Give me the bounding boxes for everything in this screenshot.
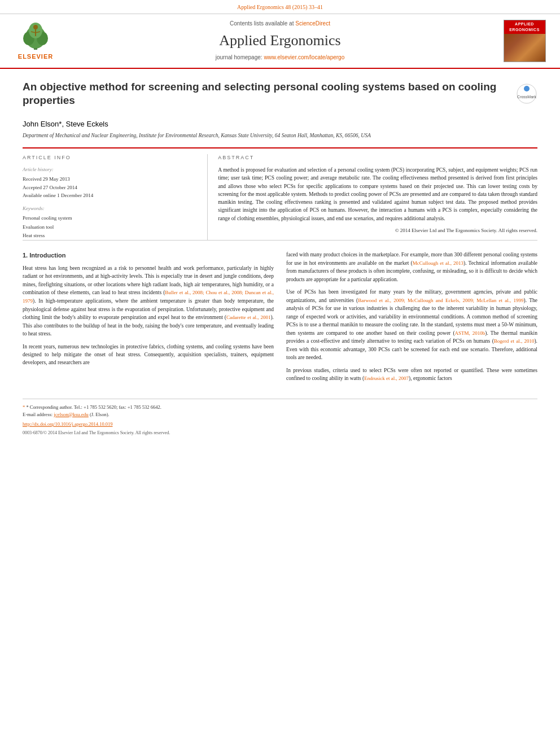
journal-header: ELSEVIER Contents lists available at Sci… <box>0 14 560 69</box>
article-title: An objective method for screening and se… <box>23 80 537 108</box>
body-paragraph-1: Heat stress has long been recognized as … <box>23 264 274 338</box>
sciencedirect-info: Contents lists available at ScienceDirec… <box>61 20 499 28</box>
journal-logo-area: APPLIEDERGONOMICS <box>499 20 550 62</box>
journal-header-center: Contents lists available at ScienceDirec… <box>61 20 499 62</box>
authors: John Elson*, Steve Eckels <box>23 119 537 130</box>
svg-point-5 <box>33 25 38 29</box>
elsevier-logo: ELSEVIER <box>18 20 53 62</box>
svg-text:CrossMark: CrossMark <box>517 95 536 99</box>
section-1-heading: 1. Introduction <box>23 251 274 260</box>
ref-astm[interactable]: ASTM, 2010b <box>455 330 485 336</box>
abstract-panel: ABSTRACT A method is proposed for evalua… <box>208 154 537 240</box>
article-info-heading: ARTICLE INFO <box>23 154 197 161</box>
body-paragraph-5: In previous studies, criteria used to se… <box>286 366 537 383</box>
affiliation: Department of Mechanical and Nuclear Eng… <box>23 132 537 139</box>
page: Applied Ergonomics 48 (2015) 33–41 <box>0 0 560 747</box>
received-date: Received 29 May 2013 <box>23 175 197 183</box>
article-info-abstract-section: ARTICLE INFO Article history: Received 2… <box>23 147 537 241</box>
body-paragraph-2: In recent years, numerous new technologi… <box>23 343 274 367</box>
svg-point-10 <box>524 86 530 91</box>
elsevier-brand-text: ELSEVIER <box>18 53 53 62</box>
body-right-column: faced with many product choices in the m… <box>286 251 537 387</box>
article-info-panel: ARTICLE INFO Article history: Received 2… <box>23 154 208 240</box>
journal-logo-image <box>504 34 545 62</box>
ref-bogerd[interactable]: Bogerd et al., 2010 <box>494 338 535 344</box>
journal-reference-bar: Applied Ergonomics 48 (2015) 33–41 <box>0 0 560 14</box>
ref-barwood[interactable]: Barwood et al., 2009; McCullough and Eck… <box>358 298 523 303</box>
journal-logo-box: APPLIEDERGONOMICS <box>504 20 546 62</box>
available-date: Available online 1 December 2014 <box>23 191 197 199</box>
abstract-text: A method is proposed for evaluation and … <box>218 166 537 222</box>
journal-title: Applied Ergonomics <box>61 30 499 51</box>
keywords-list: Personal cooling system Evaluation tool … <box>23 214 197 240</box>
body-left-column: 1. Introduction Heat stress has long bee… <box>23 251 274 387</box>
article-content: CrossMark An objective method for screen… <box>0 69 560 448</box>
keyword-3: Heat stress <box>23 231 197 240</box>
sciencedirect-link[interactable]: ScienceDirect <box>295 20 330 27</box>
abstract-copyright: © 2014 Elsevier Ltd and The Ergonomics S… <box>218 227 537 234</box>
keyword-2: Evaluation tool <box>23 223 197 231</box>
keyword-1: Personal cooling system <box>23 214 197 222</box>
author-email-link[interactable]: jcelson@ksu.edu <box>54 412 89 417</box>
body-paragraph-4: Use of PCSs has been investigated for ma… <box>286 288 537 362</box>
keywords-label: Keywords: <box>23 205 197 212</box>
article-title-section: CrossMark An objective method for screen… <box>23 80 537 113</box>
article-dates: Received 29 May 2013 Accepted 27 October… <box>23 175 197 199</box>
doi-link[interactable]: http://dx.doi.org/10.1016/j.apergo.2014.… <box>23 421 537 427</box>
ref-endrusick[interactable]: Endrusick et al., 2007 <box>364 375 409 381</box>
elsevier-tree-icon <box>19 20 53 51</box>
crossmark-badge: CrossMark <box>516 83 537 107</box>
article-footer: * * Corresponding author. Tel.: +1 785 5… <box>23 399 537 436</box>
email-note: E-mail address: jcelson@ksu.edu (J. Elso… <box>23 411 537 419</box>
body-content: 1. Introduction Heat stress has long bee… <box>23 251 537 387</box>
corresponding-author-note: * * Corresponding author. Tel.: +1 785 5… <box>23 404 537 411</box>
article-history-label: Article history: <box>23 166 197 173</box>
journal-reference: Applied Ergonomics 48 (2015) 33–41 <box>237 4 323 10</box>
journal-homepage: journal homepage: www.elsevier.com/locat… <box>61 54 499 62</box>
accepted-date: Accepted 27 October 2014 <box>23 184 197 191</box>
abstract-heading: ABSTRACT <box>218 154 537 161</box>
elsevier-logo-area: ELSEVIER <box>10 20 61 62</box>
crossmark-icon: CrossMark <box>516 83 537 104</box>
journal-logo-title: APPLIEDERGONOMICS <box>504 20 545 34</box>
footer-copyright: 0003-6870/© 2014 Elsevier Ltd and The Er… <box>23 430 537 436</box>
body-paragraph-3: faced with many product choices in the m… <box>286 251 537 283</box>
ref-buller[interactable]: Buller et al., 2008; Chou et al., 2008; … <box>23 290 274 304</box>
ref-mccullough[interactable]: McCullough et al., 2013 <box>413 260 463 266</box>
ref-cadarette[interactable]: Cadarette et al., 2001 <box>226 314 271 320</box>
journal-homepage-link[interactable]: www.elsevier.com/locate/apergo <box>264 54 344 60</box>
